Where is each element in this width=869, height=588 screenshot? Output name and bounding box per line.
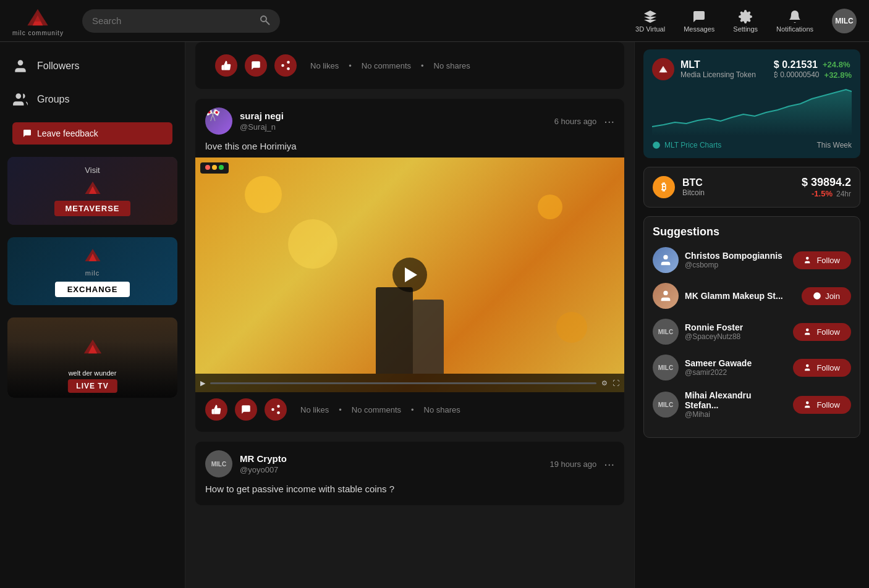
suggestion-handle-ronnie: @SpaceyNutz88 <box>685 332 787 341</box>
btc-period: 24hr <box>836 190 851 198</box>
sidebar-groups-label: Groups <box>37 94 69 105</box>
svg-point-38 <box>806 364 809 368</box>
metaverse-banner[interactable]: Visit METAVERSE <box>7 157 177 225</box>
livetv-badge: LIVE TV <box>67 379 117 393</box>
suggestion-avatar-mihai: MILC <box>653 392 679 418</box>
search-bar[interactable] <box>82 9 280 33</box>
svg-line-4 <box>266 21 269 24</box>
post-avatar-1: 🎌 <box>205 107 232 135</box>
suggestion-name-ronnie: Ronnie Foster <box>685 322 787 332</box>
post-more-1[interactable]: ··· <box>604 115 614 127</box>
nav-icons: 3D Virtual Messages Settings Notificatio… <box>635 9 857 33</box>
mlt-price-btc: ₿ 0.00000540 <box>774 70 820 79</box>
nav-notifications-label: Notifications <box>776 25 813 33</box>
post-user-info-1: suraj negi @Suraj_n <box>240 111 547 132</box>
nav-3d-virtual[interactable]: 3D Virtual <box>635 9 665 33</box>
search-input[interactable] <box>92 15 254 26</box>
leave-feedback-label: Leave feedback <box>37 128 98 138</box>
sidebar-item-followers[interactable]: Followers <box>0 49 185 83</box>
comment-button-prev[interactable] <box>245 54 267 77</box>
video-thumb-1[interactable]: ▶ ⚙⛶ <box>195 158 624 392</box>
post-actions-1: No likes • No comments • No shares <box>195 392 624 427</box>
post-body-2: How to get passive income with stable co… <box>195 484 624 500</box>
like-button-prev[interactable] <box>215 54 237 77</box>
main-layout: Followers Groups Leave feedback Visit ME… <box>0 42 869 588</box>
suggestion-handle-sameer: @samir2022 <box>685 368 787 377</box>
suggestions-title: Suggestions <box>653 225 851 238</box>
suggestion-christos: Christos Bompogiannis @csbomp Follow <box>653 247 851 273</box>
prev-comments: No comments <box>362 61 411 70</box>
suggestion-name-sameer: Sameer Gawade <box>685 358 787 368</box>
mlt-chart <box>652 86 852 136</box>
btc-widget: ₿ BTC Bitcoin $ 39894.2 -1.5% 24hr <box>643 167 860 208</box>
mlt-change-btc: +32.8% <box>824 70 852 80</box>
join-button-mk[interactable]: Join <box>802 287 851 305</box>
play-button-1[interactable] <box>392 258 427 292</box>
nav-messages[interactable]: Messages <box>684 9 714 33</box>
svg-point-6 <box>18 60 23 65</box>
prev-likes: No likes <box>310 61 339 70</box>
previous-post-actions: No likes • No comments • No shares <box>205 48 614 83</box>
like-button-1[interactable] <box>205 398 227 421</box>
svg-line-22 <box>274 410 277 412</box>
feed: No likes • No comments • No shares 🎌 sur… <box>185 42 634 588</box>
video-overlay <box>195 158 624 392</box>
follow-label-sameer: Follow <box>816 363 840 372</box>
suggestion-sameer: MILC Sameer Gawade @samir2022 Follow <box>653 355 851 380</box>
btc-price-block: $ 39894.2 -1.5% 24hr <box>802 176 851 198</box>
mlt-chart-footer: MLT Price Charts This Week <box>652 141 852 149</box>
svg-point-41 <box>806 401 809 405</box>
post-username-1: suraj negi <box>240 111 547 121</box>
exchange-label: EXCHANGE <box>55 282 130 297</box>
right-sidebar: MLT Media Licensing Token $ 0.21531 +24.… <box>634 42 869 588</box>
suggestions-box: Suggestions Christos Bompogiannis @csbom… <box>643 216 860 438</box>
follow-button-ronnie[interactable]: Follow <box>793 323 851 341</box>
welt-label: welt der wunder <box>69 369 117 377</box>
svg-point-28 <box>806 257 809 260</box>
suggestion-avatar-mk <box>653 283 679 309</box>
svg-point-31 <box>663 291 668 295</box>
leave-feedback-button[interactable]: Leave feedback <box>12 122 172 145</box>
suggestion-name-mk: MK Glamm Makeup St... <box>685 291 795 301</box>
nav-notifications[interactable]: Notifications <box>776 9 813 33</box>
follow-button-mihai[interactable]: Follow <box>793 396 851 414</box>
exchange-banner[interactable]: milc EXCHANGE <box>7 237 177 305</box>
livetv-banner[interactable]: welt der wunder LIVE TV <box>7 317 177 398</box>
nav-settings[interactable]: Settings <box>733 9 758 33</box>
mlt-price-widget: MLT Media Licensing Token $ 0.21531 +24.… <box>643 49 860 158</box>
metaverse-visit-label: Visit <box>85 166 100 175</box>
sidebar-item-groups[interactable]: Groups <box>0 83 185 116</box>
mlt-chart-label: MLT Price Charts <box>664 141 721 149</box>
post-handle-2: @yoyo007 <box>240 465 278 474</box>
share-button-prev[interactable] <box>274 54 297 77</box>
mlt-price-usd: $ 0.21531 <box>774 59 818 70</box>
follow-label-mihai: Follow <box>816 400 840 410</box>
nav-messages-label: Messages <box>684 25 714 33</box>
follow-label-ronnie: Follow <box>816 327 840 337</box>
suggestion-mihai: MILC Mihai Alexandru Stefan... @Mihai Fo… <box>653 390 851 419</box>
post-media-1: ▶ ⚙⛶ <box>195 158 624 392</box>
suggestion-avatar-sameer: MILC <box>653 355 679 380</box>
suggestion-info-christos: Christos Bompogiannis @csbomp <box>685 251 787 269</box>
mlt-logo <box>652 58 674 80</box>
mlt-text: MLT Media Licensing Token <box>680 59 756 79</box>
comment-button-1[interactable] <box>235 398 257 421</box>
follow-button-sameer[interactable]: Follow <box>793 359 851 377</box>
post-mr-crypto: MILC MR Crypto @yoyo007 19 hours ago ···… <box>195 442 624 505</box>
mlt-chart-link[interactable]: MLT Price Charts <box>652 141 721 149</box>
suggestion-ronnie: MILC Ronnie Foster @SpaceyNutz88 Follow <box>653 319 851 345</box>
suggestion-info-mk: MK Glamm Makeup St... <box>685 291 795 301</box>
suggestion-handle-mihai: @Mihai <box>685 410 787 419</box>
suggestion-name-christos: Christos Bompogiannis <box>685 251 787 261</box>
post-more-2[interactable]: ··· <box>604 458 614 470</box>
mlt-symbol: MLT <box>680 59 756 70</box>
logo[interactable]: milc community <box>12 5 64 36</box>
share-button-1[interactable] <box>265 398 287 421</box>
mlt-price-right: $ 0.21531 +24.8% ₿ 0.00000540 +32.8% <box>774 59 852 80</box>
left-sidebar: Followers Groups Leave feedback Visit ME… <box>0 42 185 588</box>
btc-full-name: Bitcoin <box>682 188 794 197</box>
prev-post-stats: No likes • No comments • No shares <box>310 61 604 70</box>
follow-button-christos[interactable]: Follow <box>793 251 851 269</box>
user-avatar[interactable]: MILC <box>832 9 857 33</box>
suggestion-info-ronnie: Ronnie Foster @SpaceyNutz88 <box>685 322 787 341</box>
